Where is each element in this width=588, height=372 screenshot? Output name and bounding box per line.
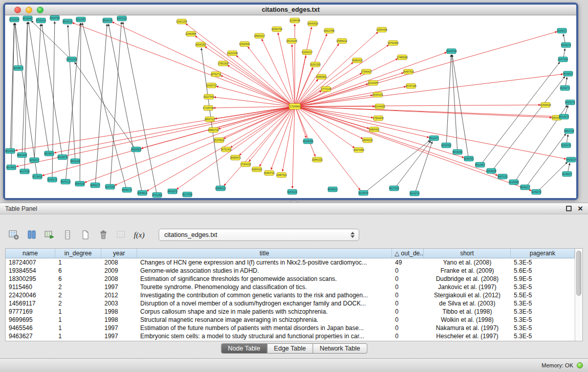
network-node[interactable]: 9417028 <box>20 169 30 174</box>
table-cell[interactable]: 2 <box>55 299 101 308</box>
column-header-in-degree[interactable]: in_degree <box>55 249 101 258</box>
network-node[interactable]: 11254439 <box>290 18 300 23</box>
network-edge[interactable] <box>66 23 80 180</box>
table-cell[interactable]: 5.3E-5 <box>511 308 575 316</box>
network-edge[interactable] <box>563 49 565 57</box>
table-cell[interactable]: 5.9E-5 <box>511 275 575 283</box>
table-cell[interactable]: 5.3E-5 <box>511 258 575 267</box>
network-node[interactable]: 17264102 <box>240 162 251 167</box>
columns-icon[interactable] <box>25 228 38 242</box>
network-node[interactable]: 9154782 <box>442 143 451 148</box>
table-cell[interactable]: 18724007 <box>6 258 55 267</box>
close-window-button[interactable] <box>14 7 21 13</box>
network-node[interactable]: 18133104 <box>286 38 297 43</box>
tab-edge-table[interactable]: Edge Table <box>267 343 313 354</box>
import-table-icon[interactable] <box>43 228 56 242</box>
table-row[interactable]: 1938455462009Genome-wide association stu… <box>6 267 575 275</box>
table-cell[interactable]: 0 <box>392 316 424 324</box>
network-node[interactable]: 14987512 <box>276 172 287 178</box>
network-node[interactable]: 8456217 <box>91 183 100 188</box>
network-node[interactable]: 8457120 <box>498 174 508 179</box>
network-node[interactable]: 8515427 <box>563 71 573 76</box>
network-node[interactable]: 15144091 <box>374 104 385 109</box>
network-edge[interactable] <box>296 108 315 157</box>
table-row[interactable]: 911546021997Tourette syndrome. Phenomeno… <box>6 283 575 291</box>
network-edge[interactable] <box>213 106 292 108</box>
table-cell[interactable]: 5.3E-5 <box>511 316 575 324</box>
network-node[interactable]: 9245781 <box>464 156 474 161</box>
table-cell[interactable]: Wolkin et al. (1998) <box>424 316 511 324</box>
network-node[interactable]: 15565821 <box>316 74 327 79</box>
network-edge[interactable] <box>567 135 568 143</box>
network-node[interactable]: 14202049 <box>227 51 238 56</box>
network-node[interactable]: 8425107 <box>567 157 576 162</box>
network-node[interactable]: 17771147 <box>321 86 332 92</box>
network-node[interactable]: 8715420 <box>33 174 42 179</box>
network-edge[interactable] <box>298 105 540 106</box>
network-edge[interactable] <box>54 107 292 153</box>
network-edge[interactable] <box>298 107 464 158</box>
network-node[interactable]: 9654108 <box>75 181 85 186</box>
network-node[interactable]: 16640910 <box>307 21 318 26</box>
table-cell[interactable]: Structural magnetic resonance image aver… <box>137 316 392 324</box>
table-cell[interactable]: 1 <box>55 258 101 267</box>
table-cell[interactable]: 0 <box>392 332 424 340</box>
table-cell[interactable]: 1997 <box>101 324 137 332</box>
table-cell[interactable]: Embryonic stem cells: a model to study s… <box>137 332 392 340</box>
network-node[interactable]: 19145451 <box>302 139 314 144</box>
network-canvas[interactable]: 1724940182507541860021712520541142020491… <box>5 15 576 198</box>
network-edge[interactable] <box>25 22 28 169</box>
network-node[interactable]: 18250754 <box>271 27 282 32</box>
network-node[interactable]: 18067117 <box>205 117 215 122</box>
network-edge[interactable] <box>29 22 49 151</box>
network-node[interactable]: 9154271 <box>560 85 570 91</box>
network-node[interactable]: 8614501 <box>7 165 16 170</box>
network-node[interactable]: 17135742 <box>203 105 214 111</box>
table-cell[interactable]: 1 <box>55 332 101 340</box>
network-node[interactable]: 9541870 <box>410 191 420 196</box>
table-disabled-icon[interactable] <box>115 228 128 242</box>
network-node[interactable]: 17046427 <box>361 69 372 74</box>
network-edge[interactable] <box>295 56 306 104</box>
network-node[interactable]: 9154871 <box>14 65 24 71</box>
network-node[interactable]: 18164101 <box>372 92 383 97</box>
network-node[interactable]: 11593518 <box>540 102 551 107</box>
network-node[interactable]: 8425170 <box>565 100 575 105</box>
network-edge[interactable] <box>228 65 292 105</box>
table-cell[interactable]: 6 <box>55 267 101 275</box>
table-cell[interactable]: 1 <box>55 316 101 324</box>
new-document-icon[interactable] <box>79 228 92 242</box>
network-edge[interactable] <box>446 55 451 143</box>
minimize-window-button[interactable] <box>26 7 32 13</box>
table-cell[interactable]: Investigating the contribution of common… <box>137 291 392 299</box>
network-node[interactable]: 16497510 <box>403 69 414 74</box>
network-node[interactable]: 17485083 <box>397 55 408 60</box>
table-scrollbar-thumb[interactable] <box>576 251 581 296</box>
network-edge[interactable] <box>298 106 559 117</box>
network-edge[interactable] <box>31 21 69 58</box>
network-node[interactable]: 9514270 <box>559 114 569 119</box>
table-cell[interactable]: 2003 <box>101 299 137 308</box>
column-header-short[interactable]: short <box>424 249 511 258</box>
network-edge[interactable] <box>493 76 565 169</box>
column-header-out-de-[interactable]: △ out_de... <box>392 249 424 258</box>
tab-node-table[interactable]: Node Table <box>221 343 267 354</box>
table-row[interactable]: 1456911722003Disruption of a novel membe… <box>6 299 575 308</box>
network-node[interactable]: 19613785 <box>323 28 335 33</box>
network-node[interactable]: 9247150 <box>558 57 568 62</box>
network-node[interactable]: 16040251 <box>195 42 206 47</box>
table-cell[interactable]: Stergiakouli et al. (2012) <box>424 291 511 299</box>
table-cell[interactable]: Yano et al. (2008) <box>424 258 511 267</box>
network-edge[interactable] <box>298 107 532 190</box>
network-edge[interactable] <box>416 142 432 192</box>
network-node[interactable]: 8841205 <box>17 152 27 158</box>
network-node[interactable]: 8545217 <box>520 185 530 190</box>
table-cell[interactable]: 1998 <box>101 316 137 324</box>
network-graph[interactable]: 1724940182507541860021712520541142020491… <box>5 15 576 198</box>
network-node[interactable]: 20841021 <box>312 157 323 162</box>
table-cell[interactable]: Dudbridge et al. (2008) <box>424 275 511 283</box>
column-header-name[interactable]: name <box>6 249 55 258</box>
table-cell[interactable]: 22420046 <box>6 291 55 299</box>
table-row[interactable]: 1872400712008Changes of HCN gene express… <box>6 258 575 267</box>
network-node[interactable]: 8547213 <box>61 179 71 184</box>
